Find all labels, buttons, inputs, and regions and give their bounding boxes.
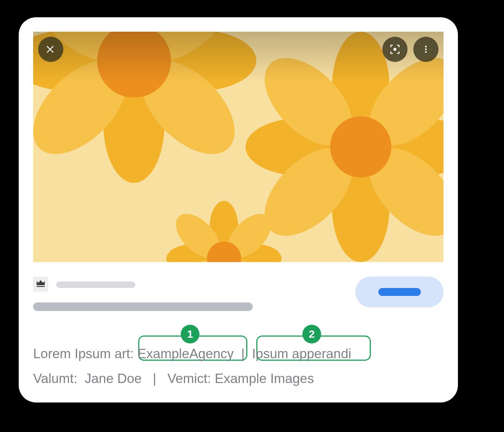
credit-separator: | <box>153 371 157 386</box>
svg-point-0 <box>393 48 397 51</box>
credit-apperandi: Ipsum apperandi <box>252 346 351 361</box>
image-viewer-card: 1 2 Lorem Ipsum art: ExampleAgency | Ips… <box>19 17 458 402</box>
annotation-badge-2: 2 <box>302 325 321 343</box>
credit-agency: ExampleAgency <box>138 346 234 361</box>
close-icon <box>45 44 56 55</box>
credit-label-vemict: Vemict: <box>167 371 211 386</box>
title-placeholder <box>33 302 253 311</box>
source-placeholder <box>56 282 135 288</box>
svg-point-1 <box>425 46 427 48</box>
more-button[interactable] <box>413 37 438 62</box>
cta-button[interactable] <box>355 276 444 307</box>
crown-icon <box>35 278 46 290</box>
annotation-badge-1-label: 1 <box>187 328 193 340</box>
credit-vemict-value: Example Images <box>215 371 314 386</box>
credit-label-valumt: Valumt: <box>33 371 77 386</box>
flower-decoration <box>33 32 246 172</box>
svg-point-3 <box>425 51 427 53</box>
annotation-badge-1: 1 <box>181 325 199 343</box>
image-credits: Lorem Ipsum art: ExampleAgency | Ipsum a… <box>33 343 444 389</box>
more-vert-icon <box>421 45 431 54</box>
close-button[interactable] <box>38 37 63 62</box>
lens-icon <box>389 43 401 55</box>
licensable-badge <box>33 276 48 292</box>
credit-label-art: Lorem Ipsum art: <box>33 346 134 361</box>
cta-label-placeholder <box>378 288 421 296</box>
credit-valumt-value: Jane Doe <box>85 371 141 386</box>
flower-decoration <box>253 39 444 255</box>
annotation-badge-2-label: 2 <box>309 328 315 340</box>
credit-separator: | <box>241 346 245 361</box>
hero-image[interactable] <box>33 32 444 262</box>
svg-point-2 <box>425 49 427 50</box>
lens-button[interactable] <box>382 37 408 62</box>
